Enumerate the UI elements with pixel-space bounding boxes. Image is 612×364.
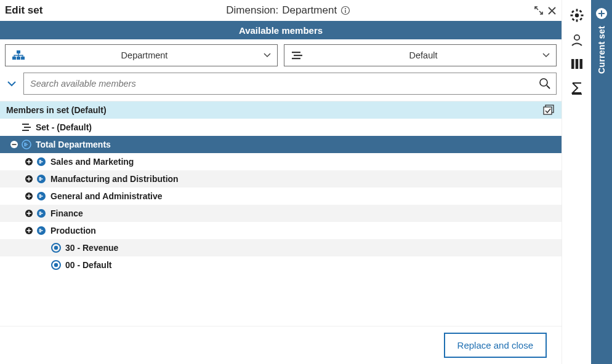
right-icon-rail: [562, 0, 591, 364]
svg-rect-49: [579, 18, 582, 21]
columns-icon[interactable]: [570, 58, 584, 70]
consolidated-icon: [34, 174, 48, 184]
search-collapse-toggle[interactable]: [5, 78, 18, 89]
dropdown-row: Department Default: [0, 39, 562, 69]
add-icon[interactable]: [595, 7, 608, 20]
svg-rect-51: [571, 18, 574, 21]
tree-item-label: General and Administrative: [48, 191, 163, 201]
svg-rect-2: [345, 10, 345, 13]
svg-point-1: [345, 8, 346, 9]
members-in-set-header: Members in set (Default): [0, 101, 562, 119]
expand-icon[interactable]: [23, 192, 34, 200]
svg-rect-9: [292, 58, 300, 59]
svg-rect-14: [24, 127, 31, 128]
chevron-down-icon: [539, 53, 550, 58]
svg-rect-48: [571, 10, 574, 14]
svg-rect-46: [570, 15, 573, 17]
tree-row[interactable]: 30 - Revenue: [0, 239, 562, 256]
tree-row[interactable]: Production: [0, 222, 562, 239]
svg-rect-17: [12, 144, 17, 145]
expand-icon[interactable]: [23, 157, 34, 166]
svg-point-42: [54, 263, 58, 267]
tree-row[interactable]: General and Administrative: [0, 188, 562, 205]
collapse-icon[interactable]: [9, 140, 20, 149]
subset-dropdown-label: Default: [308, 50, 539, 60]
svg-rect-4: [12, 57, 16, 60]
tree-item-label: 00 - Default: [63, 260, 111, 270]
dialog-title: Edit set: [5, 4, 42, 17]
expand-icon[interactable]: [23, 209, 34, 218]
tree-item-label: 30 - Revenue: [63, 243, 118, 253]
dialog-footer: Replace and close: [0, 326, 562, 364]
tree-item-label: Production: [48, 226, 96, 235]
leaf-icon: [49, 243, 63, 253]
svg-rect-8: [294, 55, 302, 56]
svg-point-10: [540, 79, 547, 86]
consolidated-icon: [34, 226, 48, 235]
available-members-bar: Available members: [0, 21, 562, 39]
fullscreen-icon[interactable]: [534, 6, 544, 15]
tree-item-label: Manufacturing and Distribution: [48, 174, 179, 184]
svg-rect-3: [17, 50, 20, 53]
info-icon[interactable]: [340, 6, 350, 15]
search-input[interactable]: [29, 78, 539, 89]
svg-rect-6: [21, 57, 25, 60]
available-members-label: Available members: [239, 25, 323, 36]
consolidated-icon: [34, 208, 48, 218]
leaf-icon: [49, 260, 63, 270]
svg-rect-7: [292, 52, 300, 53]
current-set-tab[interactable]: Current set: [591, 0, 612, 364]
search-icon[interactable]: [539, 77, 551, 90]
tree-set-label: Set - (Default): [33, 122, 92, 132]
consolidated-icon: [20, 140, 33, 149]
expand-icon[interactable]: [23, 175, 34, 183]
members-in-set-label: Members in set (Default): [6, 105, 107, 115]
dialog-header: Edit set Dimension: Department: [0, 0, 562, 21]
svg-rect-44: [576, 9, 578, 12]
subset-dropdown[interactable]: Default: [284, 44, 557, 66]
svg-point-52: [574, 35, 579, 40]
svg-rect-37: [28, 229, 30, 233]
tree-root-label: Total Departments: [33, 140, 111, 149]
consolidated-icon: [34, 157, 48, 167]
tree-row-total-departments[interactable]: Total Departments: [0, 136, 562, 153]
svg-rect-54: [575, 59, 578, 69]
search-row: [0, 69, 562, 101]
hierarchy-dropdown[interactable]: Department: [5, 44, 278, 66]
hierarchy-dropdown-label: Department: [29, 50, 260, 60]
consolidated-icon: [34, 191, 48, 201]
svg-point-40: [54, 246, 58, 250]
replace-and-close-button[interactable]: Replace and close: [444, 333, 547, 358]
svg-rect-45: [576, 20, 578, 22]
member-tree: Set - (Default) Total Departments Sale: [0, 119, 562, 274]
gear-icon[interactable]: [570, 9, 584, 22]
tree-item-label: Sales and Marketing: [48, 157, 134, 167]
user-icon[interactable]: [570, 33, 584, 47]
svg-rect-55: [579, 59, 582, 69]
svg-rect-12: [544, 107, 552, 114]
chevron-down-icon: [260, 53, 271, 58]
tree-row[interactable]: 00 - Default: [0, 256, 562, 274]
expand-icon[interactable]: [23, 226, 34, 235]
svg-rect-29: [28, 194, 30, 199]
tree-row-set[interactable]: Set - (Default): [0, 119, 562, 136]
svg-rect-5: [17, 57, 20, 60]
close-icon[interactable]: [547, 6, 557, 15]
svg-rect-25: [28, 177, 30, 181]
svg-rect-59: [598, 13, 605, 14]
svg-rect-53: [571, 59, 574, 69]
tree-row[interactable]: Sales and Marketing: [0, 153, 562, 170]
tree-row[interactable]: Manufacturing and Distribution: [0, 170, 562, 188]
svg-rect-47: [581, 15, 583, 17]
select-all-icon[interactable]: [543, 105, 555, 116]
dimension-prefix: Dimension:: [226, 4, 278, 17]
tree-item-label: Finance: [48, 208, 83, 218]
dimension-value: Department: [282, 4, 337, 17]
search-box: [23, 73, 557, 95]
svg-rect-13: [22, 124, 29, 125]
svg-rect-33: [28, 212, 30, 216]
sigma-icon[interactable]: [570, 81, 584, 95]
svg-rect-21: [28, 160, 30, 164]
subset-icon: [291, 50, 304, 60]
tree-row[interactable]: Finance: [0, 205, 562, 222]
